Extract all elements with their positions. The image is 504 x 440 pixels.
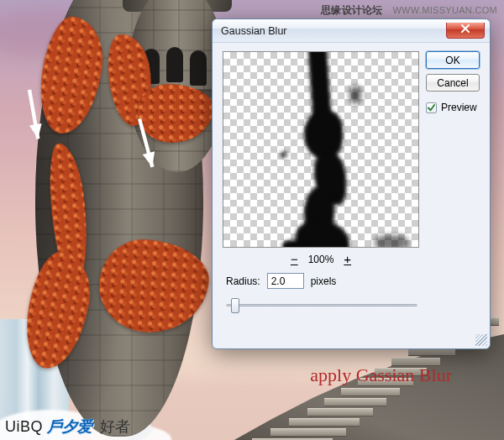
zoom-controls: − 100% + — [223, 253, 419, 265]
preview-checkbox[interactable] — [426, 102, 437, 113]
dialog-body: − 100% + OK Cancel Preview — [213, 43, 490, 275]
radius-slider[interactable] — [226, 296, 417, 315]
preview-mask-shape — [375, 235, 408, 248]
slider-track — [226, 304, 417, 306]
annotation-text: apply Gassian Blur — [310, 364, 452, 386]
window-close-button[interactable] — [446, 23, 485, 39]
radius-input[interactable] — [267, 273, 304, 289]
watermark-bottom-cn2: 好者 — [100, 418, 130, 435]
preview-checkbox-label: Preview — [441, 102, 477, 113]
preview-column: − 100% + — [223, 51, 419, 265]
preview-mask-shape — [349, 86, 361, 104]
stair-step — [307, 408, 373, 416]
watermark-bottom-cn1: 戶夕爱 — [47, 418, 92, 435]
watermark-top: 思缘设计论坛 WWW.MISSYUAN.COM — [321, 3, 497, 18]
stair-step — [324, 398, 386, 406]
preview-checkbox-row[interactable]: Preview — [426, 102, 480, 113]
radius-units-label: pixels — [311, 275, 337, 287]
dialog-titlebar[interactable]: Gaussian Blur — [213, 19, 490, 43]
dialog-title: Gaussian Blur — [221, 25, 287, 37]
dialog-side-column: OK Cancel Preview — [426, 51, 480, 265]
radius-label: Radius: — [226, 275, 260, 287]
zoom-percent-label: 100% — [308, 254, 334, 265]
slider-thumb[interactable] — [231, 298, 239, 313]
stair-step — [341, 388, 400, 396]
stair-step — [270, 428, 346, 437]
turret-window — [190, 50, 207, 86]
preview-mask-shape — [281, 151, 287, 158]
zoom-in-button[interactable]: + — [344, 253, 351, 265]
ok-button[interactable]: OK — [426, 51, 480, 69]
gaussian-blur-dialog: Gaussian Blur — [212, 18, 491, 349]
watermark-top-cn: 思缘设计论坛 — [321, 4, 383, 16]
cancel-button[interactable]: Cancel — [426, 74, 480, 92]
zoom-out-button[interactable]: − — [291, 253, 298, 265]
screenshot-stage: 思缘设计论坛 WWW.MISSYUAN.COM apply Gassian Bl… — [0, 0, 504, 440]
preview-mask-shape — [282, 240, 306, 248]
svg-line-2 — [122, 119, 170, 167]
turret-window — [166, 47, 183, 82]
stair-step — [289, 418, 360, 427]
close-icon — [460, 24, 470, 36]
watermark-top-en: WWW.MISSYUAN.COM — [392, 5, 497, 15]
resize-grip-icon[interactable] — [475, 334, 487, 346]
watermark-bottom: UiBQ 戶夕爱 好者 — [5, 416, 130, 437]
radius-row: Radius: pixels — [226, 273, 336, 289]
preview-thumbnail[interactable] — [223, 51, 419, 248]
watermark-bottom-brand: UiBQ — [5, 418, 43, 435]
